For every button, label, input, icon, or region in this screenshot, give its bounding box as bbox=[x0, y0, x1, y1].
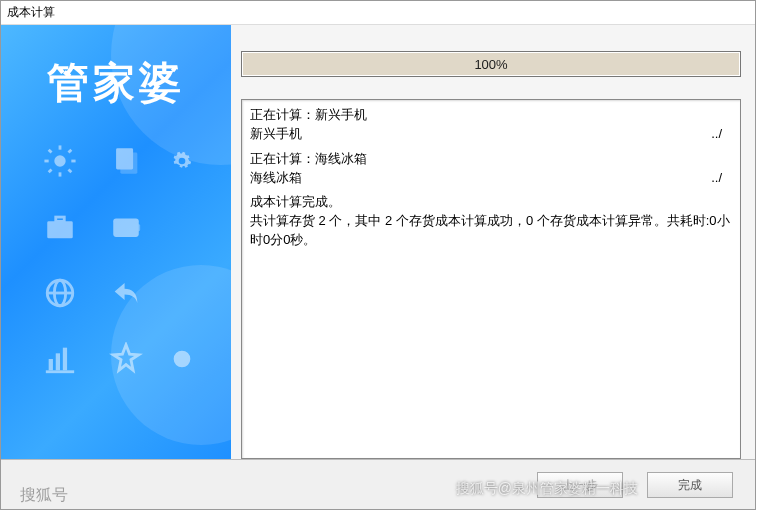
window: 成本计算 管家婆 100% bbox=[0, 0, 756, 510]
log-item-name: 新兴手机 bbox=[250, 125, 302, 144]
brand-logo: 管家婆 bbox=[1, 25, 231, 131]
svg-line-8 bbox=[69, 150, 72, 153]
svg-point-0 bbox=[54, 155, 65, 166]
check-icon: ../ bbox=[711, 169, 732, 188]
log-summary: 共计算存货 2 个，其中 2 个存货成本计算成功，0 个存货成本计算异常。共耗时… bbox=[250, 212, 732, 250]
progress-label: 100% bbox=[474, 57, 507, 72]
main-panel: 100% 正在计算：新兴手机 新兴手机 ../ 正在计算：海线冰箱 海线冰箱 .… bbox=[231, 25, 755, 459]
globe-icon bbox=[30, 263, 90, 323]
log-item-name: 海线冰箱 bbox=[250, 169, 302, 188]
svg-line-7 bbox=[49, 170, 52, 173]
chart-icon bbox=[30, 329, 90, 389]
svg-rect-18 bbox=[49, 359, 53, 370]
log-line: 正在计算：新兴手机 bbox=[250, 106, 732, 125]
svg-rect-14 bbox=[130, 224, 140, 231]
svg-rect-19 bbox=[56, 353, 60, 370]
log-summary: 成本计算完成。 bbox=[250, 193, 732, 212]
prev-button: 上一步 bbox=[537, 472, 623, 498]
sidebar: 管家婆 bbox=[1, 25, 231, 459]
wallet-icon bbox=[96, 197, 156, 257]
documents-icon bbox=[96, 131, 156, 191]
svg-rect-10 bbox=[120, 153, 137, 174]
svg-rect-11 bbox=[47, 221, 73, 238]
log-line: 正在计算：海线冰箱 bbox=[250, 150, 732, 169]
log-output: 正在计算：新兴手机 新兴手机 ../ 正在计算：海线冰箱 海线冰箱 ../ 成本… bbox=[241, 99, 741, 459]
log-line: 新兴手机 ../ bbox=[250, 125, 732, 144]
check-icon: ../ bbox=[711, 125, 732, 144]
footer: 上一步 完成 bbox=[1, 459, 755, 509]
svg-rect-12 bbox=[56, 217, 65, 221]
undo-icon bbox=[96, 263, 156, 323]
icon-grid bbox=[1, 131, 231, 389]
content-area: 管家婆 100% 正在计算：新兴手机 bbox=[1, 25, 755, 459]
briefcase-icon bbox=[30, 197, 90, 257]
finish-button[interactable]: 完成 bbox=[647, 472, 733, 498]
gear-icon bbox=[162, 131, 202, 191]
svg-rect-20 bbox=[63, 348, 67, 371]
window-title: 成本计算 bbox=[1, 1, 755, 25]
svg-line-5 bbox=[49, 150, 52, 153]
log-line: 海线冰箱 ../ bbox=[250, 169, 732, 188]
pie-icon bbox=[162, 329, 202, 389]
svg-line-6 bbox=[69, 170, 72, 173]
star-icon bbox=[96, 329, 156, 389]
progress-bar: 100% bbox=[241, 51, 741, 77]
sun-icon bbox=[30, 131, 90, 191]
